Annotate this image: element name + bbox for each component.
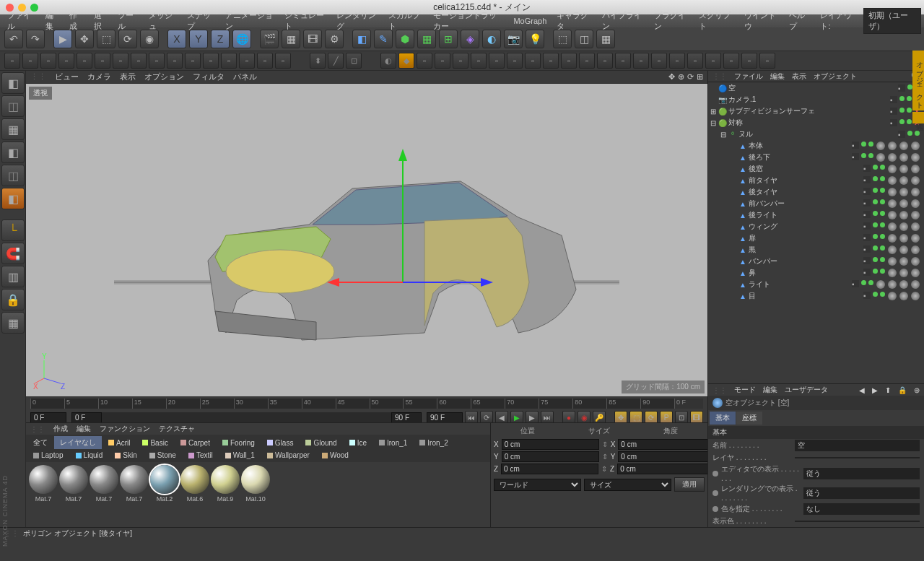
- tree-item[interactable]: ⊟⁰ヌル▪: [708, 129, 924, 140]
- coord-pos-X[interactable]: [502, 439, 599, 450]
- mode-1[interactable]: ▫: [435, 53, 450, 69]
- axis-mode[interactable]: └: [1, 219, 25, 241]
- menu-item[interactable]: MoGraph: [509, 15, 551, 27]
- tree-item[interactable]: ⊟🟢対称▪✕: [708, 117, 924, 129]
- tree-item[interactable]: 📷カメラ.1▪✕: [708, 94, 924, 105]
- snap-a[interactable]: ⬍: [310, 53, 326, 69]
- tree-item[interactable]: 🔵空▪: [708, 82, 924, 94]
- cube-primitive[interactable]: ◧: [352, 30, 371, 48]
- material-tab[interactable]: Glass: [261, 436, 300, 449]
- tool-sm-5[interactable]: ▫: [95, 53, 110, 69]
- move-tool[interactable]: ✥: [75, 30, 94, 48]
- workplane-mode[interactable]: ◧: [1, 142, 25, 163]
- tool-sm-3[interactable]: ▫: [58, 53, 74, 69]
- mode-3[interactable]: ▫: [471, 53, 487, 69]
- tool-sm-11[interactable]: ▫: [203, 53, 219, 69]
- side-tab-attr[interactable]: 属性: [912, 112, 924, 123]
- z-axis-toggle[interactable]: Z: [211, 30, 230, 48]
- tree-item[interactable]: ▲前タイヤ▪: [708, 175, 924, 186]
- attr-field-レイヤ[interactable]: [795, 457, 920, 458]
- material-tab[interactable]: Laptop: [27, 450, 69, 461]
- layout-selector[interactable]: 初期（ユーザ）: [863, 8, 921, 34]
- coord-size-Y[interactable]: [618, 451, 715, 462]
- y-axis-toggle[interactable]: Y: [189, 30, 208, 48]
- coord-pos-Y[interactable]: [502, 451, 599, 462]
- tree-item[interactable]: ▲後ライト▪: [708, 209, 924, 221]
- vp-nav-icon[interactable]: ⊕: [678, 72, 684, 82]
- vp-menu-item[interactable]: ビュー: [55, 71, 79, 82]
- attr-field-エディタでの表示[interactable]: 従う: [803, 468, 920, 479]
- apply-button[interactable]: 適用: [674, 477, 705, 492]
- vp-nav-icon[interactable]: ⊞: [697, 72, 703, 82]
- nav-up-icon[interactable]: ⬆: [885, 386, 891, 394]
- tool-sm-7[interactable]: ▫: [131, 53, 147, 69]
- mat-menu-item[interactable]: 作成: [53, 424, 68, 434]
- vp-menu-item[interactable]: パネル: [233, 71, 257, 82]
- mode-16[interactable]: ▫: [705, 53, 721, 69]
- vp-menu-item[interactable]: 表示: [120, 71, 136, 82]
- tool-sm-9[interactable]: ▫: [167, 53, 183, 69]
- tree-item[interactable]: ▲本体▪: [708, 140, 924, 152]
- object-tree[interactable]: 🔵空▪📷カメラ.1▪✕⊞🟢サブディビジョンサーフェ▪✕⊟🟢対称▪✕⊟⁰ヌル▪▲本…: [708, 82, 924, 383]
- obj-menu-item[interactable]: ファイル: [734, 71, 763, 82]
- attr-field-レンダリングでの表示[interactable]: 従う: [803, 487, 920, 499]
- mode-18[interactable]: ▫: [741, 53, 757, 69]
- mode-10[interactable]: ▫: [597, 53, 613, 69]
- vp-menu-item[interactable]: カメラ: [87, 71, 111, 82]
- render-settings-button[interactable]: ⚙: [325, 30, 344, 48]
- material-tab[interactable]: 全て: [27, 436, 53, 449]
- workplane-btn[interactable]: ▥: [1, 266, 25, 287]
- end-frame[interactable]: [427, 412, 463, 423]
- material-tab[interactable]: Liquid: [70, 450, 109, 461]
- mode-12[interactable]: ▫: [633, 53, 649, 69]
- timeline-ruler[interactable]: 0510152025303540455055606570758085900 F: [30, 399, 703, 409]
- redo-button[interactable]: ↷: [26, 30, 45, 48]
- size-select[interactable]: サイズ: [584, 479, 671, 491]
- tool-sm-6[interactable]: ▫: [113, 53, 128, 69]
- tree-item[interactable]: ▲ライト▪: [708, 279, 924, 290]
- mode-b[interactable]: ◆: [398, 53, 414, 69]
- tree-item[interactable]: ▲前バンパー▪: [708, 198, 924, 209]
- attr-field-表示色[interactable]: [795, 521, 920, 522]
- mode-2[interactable]: ▫: [453, 53, 468, 69]
- viewport[interactable]: 透視: [26, 84, 707, 396]
- material-tab[interactable]: Wallparper: [261, 450, 315, 461]
- lock-icon[interactable]: 🔒: [898, 386, 907, 394]
- material-tab[interactable]: Wall_1: [219, 450, 261, 461]
- tool-c[interactable]: ▦: [596, 30, 615, 48]
- texture-mode[interactable]: ▦: [1, 118, 25, 140]
- material-item[interactable]: Mat.10: [241, 465, 270, 503]
- menu-item[interactable]: スクリプト: [694, 9, 738, 33]
- array-tool[interactable]: ⊞: [439, 30, 458, 48]
- x-axis-toggle[interactable]: X: [167, 30, 186, 48]
- cur-frame-a[interactable]: [71, 412, 102, 423]
- start-frame[interactable]: [30, 412, 66, 423]
- select-tool[interactable]: ▶: [53, 30, 72, 48]
- environment-tool[interactable]: ◐: [482, 30, 501, 48]
- mode-4[interactable]: ▫: [489, 53, 505, 69]
- tree-item[interactable]: ▲黒▪: [708, 244, 924, 256]
- material-tab[interactable]: Textil: [183, 450, 219, 461]
- mode-5[interactable]: ▫: [507, 53, 523, 69]
- material-item[interactable]: Mat.7: [59, 465, 88, 503]
- tool-sm-15[interactable]: ▫: [275, 53, 291, 69]
- material-tab[interactable]: Iron_1: [373, 436, 413, 449]
- lock-btn[interactable]: 🔒: [1, 289, 25, 310]
- tool-sm-1[interactable]: ▫: [22, 53, 38, 69]
- tree-item[interactable]: ⊞🟢サブディビジョンサーフェ▪✕: [708, 105, 924, 117]
- tree-item[interactable]: ▲バンパー▪: [708, 256, 924, 267]
- tree-item[interactable]: ▲扉▪: [708, 232, 924, 244]
- tool-sm-2[interactable]: ▫: [40, 53, 56, 69]
- attr-menu-item[interactable]: ユーザデータ: [785, 385, 828, 395]
- attr-menu-item[interactable]: 編集: [763, 385, 777, 395]
- tool-sm-8[interactable]: ▫: [149, 53, 165, 69]
- material-item[interactable]: Mat.6: [180, 465, 209, 503]
- material-tab[interactable]: Wood: [316, 450, 354, 461]
- world-toggle[interactable]: 🌐: [232, 30, 251, 48]
- mode-a[interactable]: ◐: [380, 53, 396, 69]
- tree-item[interactable]: ▲後ろ下▪: [708, 152, 924, 163]
- spline-tool[interactable]: ✎: [374, 30, 393, 48]
- tool-sm-0[interactable]: ▫: [4, 53, 20, 69]
- mat-menu-item[interactable]: ファンクション: [100, 424, 150, 434]
- material-tab[interactable]: レイヤなし: [54, 436, 102, 449]
